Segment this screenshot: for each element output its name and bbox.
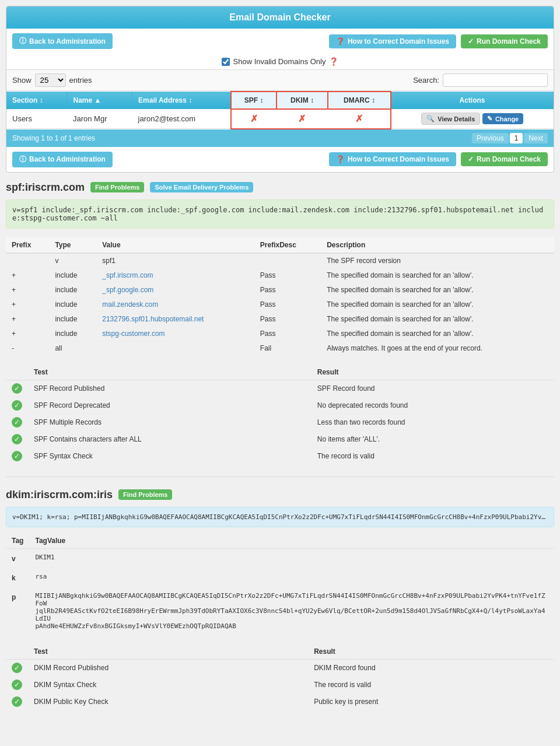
dkim-pass-icon: ✓: [12, 696, 22, 707]
cell-dkim: ✗: [276, 109, 328, 129]
spf-value-link[interactable]: 2132796.spf01.hubspotemail.net: [102, 315, 204, 323]
dkim-test-icon-cell: ✓: [6, 676, 28, 693]
spf-value: [96, 341, 254, 355]
page-1-button[interactable]: 1: [510, 133, 523, 143]
entries-select[interactable]: 25 50 100: [35, 73, 66, 87]
spf-test-row: ✓ SPF Contains characters after ALL No i…: [6, 430, 554, 447]
show-label: Show 25 50 100 entries: [12, 73, 92, 87]
spf-value-link[interactable]: _spf.google.com: [102, 286, 153, 294]
dkim-test-name: DKIM Record Published: [28, 659, 308, 676]
dmarc-fail-icon: ✗: [355, 114, 363, 124]
spf-value: mail.zendesk.com: [96, 297, 254, 311]
spf-find-problems-button[interactable]: Find Problems: [90, 182, 144, 192]
col-type: Type: [49, 237, 96, 253]
spf-prefixdesc: Pass: [254, 326, 321, 341]
question-icon: ❓: [336, 37, 345, 45]
dkim-section: dkim:iriscrm.com:iris Find Problems v=DK…: [6, 489, 554, 710]
spf-value-link[interactable]: mail.zendesk.com: [102, 300, 158, 309]
search-icon: 🔍: [426, 115, 435, 122]
next-button[interactable]: Next: [524, 133, 548, 143]
dkim-pass-icon: ✓: [12, 680, 22, 690]
cell-name: Jaron Mgr: [67, 109, 132, 129]
col-dkim[interactable]: DKIM ↕: [276, 92, 328, 109]
spf-description: The SPF record version: [321, 253, 554, 268]
back-to-admin-button-bottom[interactable]: ⓘ Back to Administration: [12, 152, 113, 167]
spf-title-row: spf:iriscrm.com Find Problems Solve Emai…: [6, 181, 554, 194]
spf-test-icon-cell: ✓: [6, 430, 28, 447]
dkim-tag: v: [6, 548, 29, 568]
spf-type: include: [49, 282, 96, 297]
view-details-button[interactable]: 🔍 View Details: [421, 113, 480, 125]
dkim-title-row: dkim:iriscrm.com:iris Find Problems: [6, 489, 554, 501]
show-entries: Show 25 50 100 entries: [12, 73, 92, 87]
cell-dmarc: ✗: [328, 109, 391, 129]
spf-value-link[interactable]: _spf.iriscrm.com: [102, 271, 153, 279]
dkim-record-text: v=DKIM1; k=rsa; p=MIIBIjANBgkqhkiG9w0BAQ…: [12, 513, 554, 521]
spf-test-name: SPF Multiple Records: [28, 414, 312, 430]
previous-button[interactable]: Previous: [472, 133, 509, 143]
spf-prefixdesc: Fail: [254, 341, 321, 355]
right-buttons-bottom: ❓ How to Correct Domain Issues ✓ Run Dom…: [329, 152, 548, 166]
pencil-icon: ✎: [487, 115, 492, 122]
spf-prefix: +: [6, 282, 49, 297]
spf-section: spf:iriscrm.com Find Problems Solve Emai…: [6, 181, 554, 465]
spf-type: include: [49, 297, 96, 311]
spf-record-row: + include stspg-customer.com Pass The sp…: [6, 326, 554, 341]
change-button[interactable]: ✎ Change: [482, 113, 523, 124]
col-value: Value: [96, 237, 254, 253]
col-dmarc[interactable]: DMARC ↕: [328, 92, 391, 109]
dkim-test-table: Test Result ✓ DKIM Record Published DKIM…: [6, 644, 554, 710]
spf-test-name: SPF Syntax Check: [28, 447, 312, 464]
dkim-tag-row: v DKIM1: [6, 548, 554, 568]
col-test: Test: [28, 365, 312, 380]
dkim-find-problems-button[interactable]: Find Problems: [118, 489, 172, 500]
howto-button-bottom[interactable]: ❓ How to Correct Domain Issues: [329, 152, 456, 166]
dkim-test-icon-cell: ✓: [6, 693, 28, 710]
show-invalid-checkbox[interactable]: [222, 58, 230, 66]
spf-test-row: ✓ SPF Record Published SPF Record found: [6, 380, 554, 397]
spf-record-row: + include 2132796.spf01.hubspotemail.net…: [6, 311, 554, 326]
info-icon: ⓘ: [19, 36, 26, 46]
howto-button-top[interactable]: ❓ How to Correct Domain Issues: [329, 34, 456, 48]
col-name[interactable]: Name ▲: [67, 92, 132, 109]
spf-description: The specified domain is searched for an …: [321, 326, 554, 341]
dkim-tag-value: MIIBIjANBgkqhkiG9w0BAQEFAAOCAQ8AMIIBCgKC…: [29, 587, 554, 635]
dkim-record-box: v=DKIM1; k=rsa; p=MIIBIjANBgkqhkiG9w0BAQ…: [6, 507, 554, 527]
solve-email-button[interactable]: Solve Email Delivery Problems: [150, 182, 253, 192]
spf-value: _spf.google.com: [96, 282, 254, 297]
spf-test-icon-cell: ✓: [6, 414, 28, 430]
spf-test-result: The record is valid: [312, 447, 554, 464]
search-input[interactable]: [443, 73, 548, 87]
col-actions: Actions: [391, 92, 553, 109]
spf-record-text: v=spf1 include:_spf.iriscrm.com include:…: [12, 206, 543, 222]
spf-description: The specified domain is searched for an …: [321, 282, 554, 297]
dkim-test-row: ✓ DKIM Public Key Check Public key is pr…: [6, 693, 554, 710]
col-spf[interactable]: SPF ↕: [231, 92, 276, 109]
pass-icon: ✓: [12, 451, 22, 461]
run-domain-check-button-bottom[interactable]: ✓ Run Domain Check: [461, 152, 548, 166]
spf-value-link[interactable]: stspg-customer.com: [102, 330, 164, 338]
dkim-fail-icon: ✗: [298, 114, 306, 124]
spf-type: all: [49, 341, 96, 355]
dkim-tag-row: k rsa: [6, 568, 554, 587]
col-section[interactable]: Section ↕: [6, 92, 67, 109]
dkim-tag-table: Tag TagValue v DKIM1 k rsa p MIIBIjANBgk…: [6, 533, 554, 635]
col-email[interactable]: Email Address ↕: [132, 92, 232, 109]
spf-title: spf:iriscrm.com: [6, 181, 85, 194]
dkim-test-result: The record is valid: [308, 676, 554, 693]
spf-prefixdesc: Pass: [254, 268, 321, 282]
spf-prefix: +: [6, 326, 49, 341]
spf-test-row: ✓ SPF Multiple Records Less than two rec…: [6, 414, 554, 430]
back-to-admin-button-top[interactable]: ⓘ Back to Administration: [12, 33, 113, 49]
spf-prefixdesc: Pass: [254, 297, 321, 311]
spf-value-text: spf1: [102, 257, 116, 265]
dkim-test-row: ✓ DKIM Syntax Check The record is valid: [6, 676, 554, 693]
cell-actions: 🔍 View Details ✎ Change: [391, 109, 553, 129]
run-domain-check-button-top[interactable]: ✓ Run Domain Check: [461, 34, 548, 48]
col-prefixdesc: PrefixDesc: [254, 237, 321, 253]
spf-record-row: + include mail.zendesk.com Pass The spec…: [6, 297, 554, 311]
cell-section: Users: [6, 109, 67, 129]
spf-value: stspg-customer.com: [96, 326, 254, 341]
panel-title: Email Domain Checker: [229, 12, 330, 22]
dkim-tag: p: [6, 587, 29, 635]
